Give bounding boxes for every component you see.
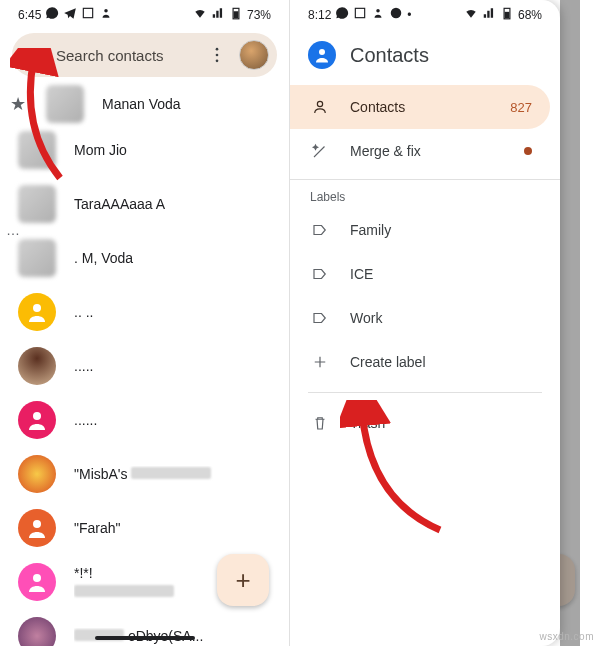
contacts-app-icon <box>308 41 336 69</box>
plus-icon: + <box>235 565 250 596</box>
svg-rect-0 <box>84 8 93 17</box>
svg-point-5 <box>216 54 219 57</box>
trash-icon <box>310 413 330 433</box>
drawer-title: Contacts <box>350 44 429 67</box>
drawer-scrim[interactable] <box>560 0 580 646</box>
contact-name: ...... <box>74 412 277 428</box>
search-contacts-bar[interactable]: Search contacts <box>12 33 277 77</box>
contacts-count: 827 <box>510 100 532 115</box>
drawer-item-label: ICE <box>350 266 373 282</box>
svg-point-12 <box>377 9 381 12</box>
svg-point-10 <box>33 574 41 582</box>
label-icon <box>310 264 330 284</box>
person-outline-icon <box>310 97 330 117</box>
drawer-item-label: Create label <box>350 354 426 370</box>
contact-avatar <box>18 185 56 223</box>
contact-row[interactable]: "MisbA's <box>0 447 289 501</box>
contact-avatar <box>18 347 56 385</box>
svg-point-17 <box>317 101 322 106</box>
drawer-header: Contacts <box>290 27 560 85</box>
drawer-item-label: Trash <box>350 415 385 431</box>
contact-name: "MisbA's <box>74 466 277 482</box>
drawer-item-merge-fix[interactable]: Merge & fix <box>290 129 550 173</box>
drawer-item-label: Contacts <box>350 99 405 115</box>
phone-navigation-drawer: + 8:12 • 68% <box>290 0 580 646</box>
magic-wand-icon <box>310 141 330 161</box>
drawer-item-label: Family <box>350 222 391 238</box>
contact-row[interactable]: ...... <box>0 393 289 447</box>
contact-avatar <box>18 293 56 331</box>
contact-avatar <box>18 401 56 439</box>
label-icon <box>310 220 330 240</box>
status-bar: 6:45 <box>0 0 289 27</box>
drawer-item-contacts[interactable]: Contacts 827 <box>290 85 550 129</box>
contact-avatar <box>18 455 56 493</box>
divider <box>308 392 542 393</box>
battery-icon <box>229 6 243 23</box>
battery-icon <box>500 6 514 23</box>
drawer-item-label: Merge & fix <box>350 143 421 159</box>
contact-avatar <box>18 239 56 277</box>
svg-point-1 <box>105 9 109 12</box>
drawer-item-trash[interactable]: Trash <box>290 401 550 445</box>
more-options-icon[interactable] <box>207 45 227 65</box>
contact-avatar <box>18 563 56 601</box>
contact-name: TaraAAAaaa A <box>74 196 277 212</box>
drawer-label-ice[interactable]: ICE <box>290 252 550 296</box>
hamburger-menu-icon[interactable] <box>24 45 44 65</box>
person-icon <box>99 6 113 23</box>
star-icon: ★ <box>10 93 26 115</box>
navigation-drawer: 8:12 • 68% Contacts <box>290 0 560 646</box>
signal-icon <box>482 6 496 23</box>
add-contact-fab[interactable]: + <box>217 554 269 606</box>
battery-percent: 73% <box>247 8 271 22</box>
svg-point-13 <box>391 8 402 19</box>
person-icon <box>371 6 385 23</box>
svg-point-8 <box>33 412 41 420</box>
phone-contacts-list: 6:45 <box>0 0 290 646</box>
whatsapp-icon <box>335 6 349 23</box>
contact-name: ..... <box>74 358 277 374</box>
drawer-label-work[interactable]: Work <box>290 296 550 340</box>
photos-icon <box>353 6 367 23</box>
wifi-icon <box>193 6 207 23</box>
whatsapp-icon <box>45 6 59 23</box>
svg-point-4 <box>216 48 219 51</box>
status-time: 6:45 <box>18 8 41 22</box>
contact-row[interactable]: .. .. <box>0 285 289 339</box>
svg-point-9 <box>33 520 41 528</box>
svg-rect-15 <box>505 12 510 18</box>
contact-name: . M, Voda <box>74 250 277 266</box>
contact-row[interactable]: "Farah" <box>0 501 289 555</box>
battery-percent: 68% <box>518 8 542 22</box>
contact-row[interactable]: oDbye(SA... <box>0 609 289 646</box>
contact-row[interactable]: ..... <box>0 339 289 393</box>
contact-avatar <box>18 617 56 646</box>
watermark: wsxdn.com <box>539 631 594 642</box>
messenger-icon <box>389 6 403 23</box>
svg-rect-11 <box>356 8 365 17</box>
favorite-contact[interactable]: Manan Voda <box>44 85 279 123</box>
drawer-item-label: Work <box>350 310 382 326</box>
drawer-create-label[interactable]: Create label <box>290 340 550 384</box>
search-placeholder: Search contacts <box>56 47 195 64</box>
contact-row[interactable]: Mom Jio <box>0 123 289 177</box>
status-bar: 8:12 • 68% <box>290 0 560 27</box>
wifi-icon <box>464 6 478 23</box>
svg-rect-3 <box>234 11 239 18</box>
label-icon <box>310 308 330 328</box>
drawer-label-family[interactable]: Family <box>290 208 550 252</box>
section-indicator: … <box>6 222 21 238</box>
svg-point-7 <box>33 304 41 312</box>
account-avatar[interactable] <box>239 40 269 70</box>
plus-icon <box>310 352 330 372</box>
contact-avatar <box>46 85 84 123</box>
contact-name: "Farah" <box>74 520 277 536</box>
notification-dot <box>524 147 532 155</box>
contact-avatar <box>18 131 56 169</box>
contact-name: .. .. <box>74 304 277 320</box>
contact-row[interactable]: . M, Voda <box>0 231 289 285</box>
contact-row[interactable]: TaraAAAaaa A <box>0 177 289 231</box>
telegram-icon <box>63 6 77 23</box>
signal-icon <box>211 6 225 23</box>
